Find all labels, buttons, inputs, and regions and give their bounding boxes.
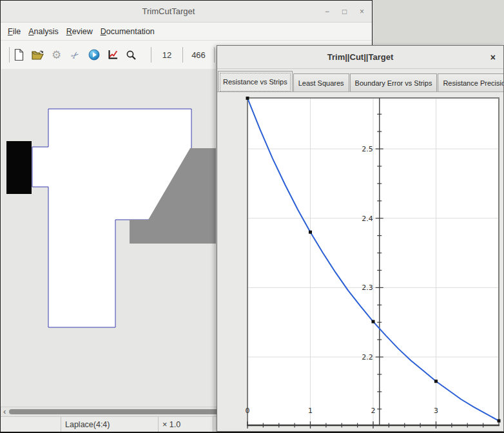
menu-item-documentation[interactable]: Documentation [97,27,159,36]
play-icon [88,49,100,61]
menu-item-review[interactable]: Review [63,27,97,36]
resistance-vs-strips-chart: 2.52.42.32.20123 [217,92,504,432]
menu-item-analysis[interactable]: Analysis [24,27,63,36]
scissors-icon: ✂ [69,48,81,61]
svg-text:2.3: 2.3 [362,284,373,292]
main-window-title: TrimCutTarget [142,6,195,16]
close-button[interactable]: × [357,7,367,16]
plot-tabbar: Resistance vs Strips Least Squares Bound… [217,69,503,92]
toolbar-separator [214,47,215,63]
resistance-value: 466 [183,50,214,60]
plot-dialog: Trim||Cut||Target × Resistance vs Strips… [217,45,504,432]
window-controls: − □ × [322,1,367,22]
zoom-button[interactable] [122,45,141,64]
run-button[interactable] [84,45,103,64]
cut-button[interactable]: ✂ [66,45,84,64]
main-titlebar: TrimCutTarget − □ × [1,1,372,23]
maximize-button[interactable]: □ [340,7,349,16]
svg-text:1: 1 [308,407,313,415]
svg-text:3: 3 [434,407,438,415]
dialog-title: Trim||Cut||Target [327,52,393,62]
svg-text:2.5: 2.5 [362,145,373,153]
dialog-close-button[interactable]: × [490,46,496,68]
chart-icon [107,49,119,61]
strips-count-value: 12 [151,50,182,60]
svg-text:0: 0 [246,407,250,415]
menubar: File Analysis Review Documentation [1,23,372,41]
screen: TrimCutTarget − □ × File Analysis Review… [0,0,504,433]
chart-panel: 2.52.42.32.20123 [217,92,503,431]
svg-text:2.2: 2.2 [362,353,373,361]
svg-text:2: 2 [371,407,376,415]
svg-text:2.4: 2.4 [362,215,373,223]
plot-button[interactable] [103,45,122,64]
tab-least-squares[interactable]: Least Squares [293,73,349,91]
new-file-button[interactable] [10,45,28,64]
open-file-button[interactable] [28,45,47,64]
status-zoom-level: × 1.0 [159,417,213,432]
dialog-titlebar: Trim||Cut||Target × [217,46,503,69]
menu-item-file[interactable]: File [4,27,24,36]
settings-button[interactable]: ⚙ [47,45,66,64]
open-folder-icon [31,49,44,61]
tab-resistance-precision-vs-strips[interactable]: Resistance Precision vs Strips [438,73,503,91]
scroll-left-arrow[interactable]: ‹ [3,407,6,416]
tab-resistance-vs-strips[interactable]: Resistance vs Strips [218,71,293,92]
status-solver-label: Laplace(4:4) [61,417,159,432]
tab-boundary-error-vs-strips[interactable]: Boundary Error vs Strips [350,73,438,91]
status-cell-empty [1,417,61,432]
minimize-button[interactable]: − [322,7,332,16]
magnifier-icon [126,50,137,61]
new-file-icon [14,48,24,61]
gear-icon: ⚙ [52,50,61,61]
